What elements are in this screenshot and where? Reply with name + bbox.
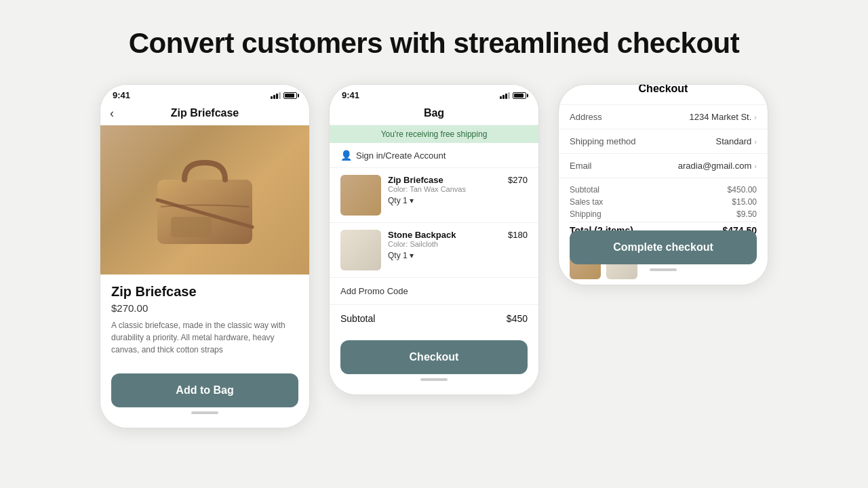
phone1-wrapper: 9:41 ‹ Zip Briefcase [100, 84, 310, 428]
free-shipping-banner: You're receiving free shipping [330, 125, 538, 143]
bag-item-2: Stone Backpack $180 Color: Sailcloth Qty… [330, 223, 538, 278]
briefcase-illustration [144, 146, 266, 254]
phone1-battery [283, 92, 297, 99]
phone1-status-bar: 9:41 [100, 85, 309, 103]
phone2-status-bar: 9:41 [330, 85, 538, 103]
item1-name: Zip Briefcase [388, 175, 443, 185]
phone2-nav: Bag [330, 103, 538, 125]
address-label: Address [570, 112, 602, 122]
phone2-time: 9:41 [342, 90, 359, 100]
page-title: Convert customers with streamlined check… [129, 27, 739, 60]
email-chevron: › [754, 162, 757, 170]
phone1: 9:41 ‹ Zip Briefcase [100, 84, 310, 428]
subtotal-label: Subtotal [570, 185, 599, 195]
item2-qty[interactable]: Qty 1 ▾ [388, 251, 528, 260]
tax-label: Sales tax [570, 197, 603, 207]
phone3-screen: 9:41 Bag You're receiv [559, 85, 768, 285]
sign-in-label: Sign in/Create Account [356, 150, 446, 161]
item2-details: Stone Backpack $180 Color: Sailcloth Qty… [388, 230, 528, 260]
shipping-cost-val: $9.50 [736, 209, 757, 219]
product-info: Zip Briefcase $270.00 A classic briefcas… [100, 274, 309, 365]
phone2-wrapper: 9:41 Bag You're receiving free sh [329, 84, 539, 395]
phone2-status-icons [500, 92, 526, 99]
item2-price: $180 [508, 230, 528, 240]
phone3-wrapper: 9:41 Bag You're receiv [558, 84, 768, 285]
checkout-button[interactable]: Checkout [340, 340, 528, 374]
phone2-battery [513, 92, 526, 99]
phones-row: 9:41 ‹ Zip Briefcase [41, 84, 827, 428]
back-button[interactable]: ‹ [110, 106, 114, 121]
subtotal-line: Subtotal $450.00 [570, 185, 757, 195]
product-name: Zip Briefcase [111, 284, 298, 300]
subtotal-label: Subtotal [340, 313, 375, 324]
tax-val: $15.00 [732, 197, 757, 207]
subtotal-value: $450 [507, 313, 528, 324]
checkout-address-row[interactable]: Address 1234 Market St. › [559, 105, 768, 129]
phone1-time: 9:41 [113, 90, 130, 100]
phone2-nav-title: Bag [424, 107, 444, 119]
shipping-cost-line: Shipping $9.50 [570, 209, 757, 219]
phone3-bottom: Complete checkout [559, 222, 768, 285]
product-price: $270.00 [111, 302, 298, 314]
checkout-title: Checkout [559, 85, 768, 105]
phone1-signal [271, 92, 281, 99]
phone1-screen: 9:41 ‹ Zip Briefcase [100, 85, 309, 428]
phone3-home-indicator [650, 268, 677, 271]
phone2-screen: 9:41 Bag You're receiving free sh [330, 85, 538, 394]
subtotal-row: Subtotal $450 [330, 305, 538, 332]
item2-thumb [340, 230, 381, 270]
promo-row[interactable]: Add Promo Code [330, 278, 538, 305]
subtotal-val: $450.00 [728, 185, 757, 195]
sign-in-row[interactable]: 👤 Sign in/Create Account [330, 143, 538, 168]
phone1-home-indicator [191, 411, 218, 414]
phone1-status-icons [271, 92, 297, 99]
phone1-bottom: Add to Bag [100, 365, 309, 428]
complete-checkout-button[interactable]: Complete checkout [570, 230, 757, 264]
email-label: Email [570, 161, 592, 171]
phone2-bottom: Checkout [330, 332, 538, 394]
shipping-cost-label: Shipping [570, 209, 601, 219]
bag-item-1: Zip Briefcase $270 Color: Tan Wax Canvas… [330, 168, 538, 223]
phone1-nav-title: Zip Briefcase [171, 107, 239, 119]
item2-name: Stone Backpack [388, 230, 456, 240]
checkout-shipping-row[interactable]: Shipping method Standard › [559, 129, 768, 154]
product-description: A classic briefcase, made in the classic… [111, 319, 298, 356]
item1-price: $270 [508, 175, 528, 185]
item1-details: Zip Briefcase $270 Color: Tan Wax Canvas… [388, 175, 528, 205]
shipping-method-label: Shipping method [570, 136, 636, 146]
email-value: aradia@gmail.com › [678, 161, 757, 171]
item2-color: Color: Sailcloth [388, 240, 528, 248]
address-chevron: › [754, 113, 757, 121]
shipping-method-value: Standard › [716, 136, 757, 146]
phone2: 9:41 Bag You're receiving free sh [329, 84, 539, 395]
checkout-email-row[interactable]: Email aradia@gmail.com › [559, 154, 768, 178]
item1-qty[interactable]: Qty 1 ▾ [388, 196, 528, 205]
user-icon: 👤 [340, 150, 352, 161]
phone2-home-indicator [420, 378, 448, 381]
svg-rect-3 [171, 217, 212, 237]
tax-line: Sales tax $15.00 [570, 197, 757, 207]
phone3: 9:41 Bag You're receiv [558, 84, 768, 285]
product-image [100, 125, 309, 274]
address-value: 1234 Market St. › [690, 112, 757, 122]
item1-thumb [340, 175, 381, 216]
phone2-signal [500, 92, 510, 99]
phone1-nav: ‹ Zip Briefcase [100, 103, 309, 125]
shipping-chevron: › [754, 138, 757, 146]
add-to-bag-button[interactable]: Add to Bag [111, 373, 298, 407]
item1-color: Color: Tan Wax Canvas [388, 185, 528, 193]
